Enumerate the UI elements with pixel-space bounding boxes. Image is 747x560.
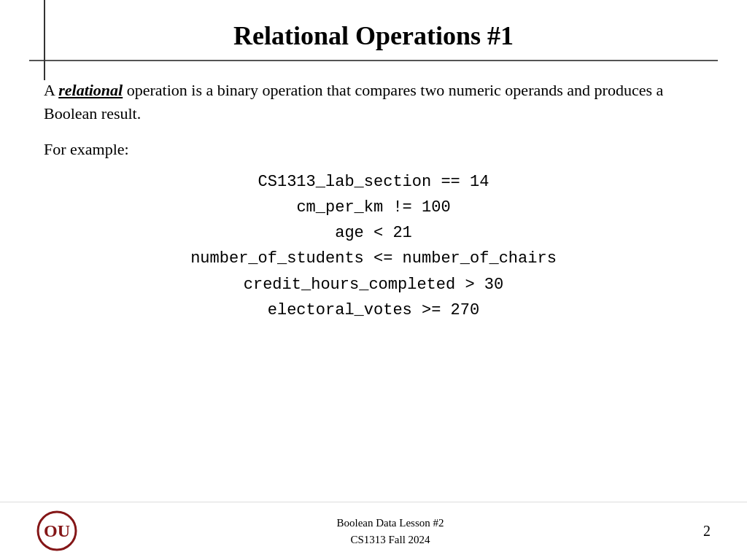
code-line-6: electoral_votes >= 270 (44, 298, 703, 323)
footer-lesson: Boolean Data Lesson #2 (336, 515, 444, 532)
intro-suffix: operation is a binary operation that com… (44, 81, 663, 122)
code-line-3: age < 21 (44, 220, 703, 246)
code-line-5: credit_hours_completed > 30 (44, 272, 703, 298)
svg-text:OU: OU (44, 521, 70, 540)
decorative-vertical-line (44, 0, 45, 80)
page-number: 2 (703, 523, 711, 540)
intro-paragraph: A relational operation is a binary opera… (44, 79, 703, 125)
for-example-label: For example: (44, 140, 703, 159)
ou-logo: 𝔒 OU (36, 510, 77, 553)
footer-course: CS1313 Fall 2024 (336, 532, 444, 548)
content-area: A relational operation is a binary opera… (0, 61, 747, 330)
slide: Relational Operations #1 A relational op… (0, 0, 747, 560)
footer: 𝔒 OU Boolean Data Lesson #2 CS1313 Fall … (0, 502, 747, 560)
code-line-2: cm_per_km != 100 (44, 195, 703, 220)
slide-title: Relational Operations #1 (29, 20, 718, 51)
footer-center: Boolean Data Lesson #2 CS1313 Fall 2024 (336, 515, 444, 548)
title-area: Relational Operations #1 (0, 0, 747, 60)
relational-keyword: relational (58, 81, 123, 99)
code-block: CS1313_lab_section == 14 cm_per_km != 10… (44, 169, 703, 323)
intro-prefix: A (44, 81, 58, 99)
code-line-1: CS1313_lab_section == 14 (44, 169, 703, 195)
code-line-4: number_of_students <= number_of_chairs (44, 246, 703, 271)
